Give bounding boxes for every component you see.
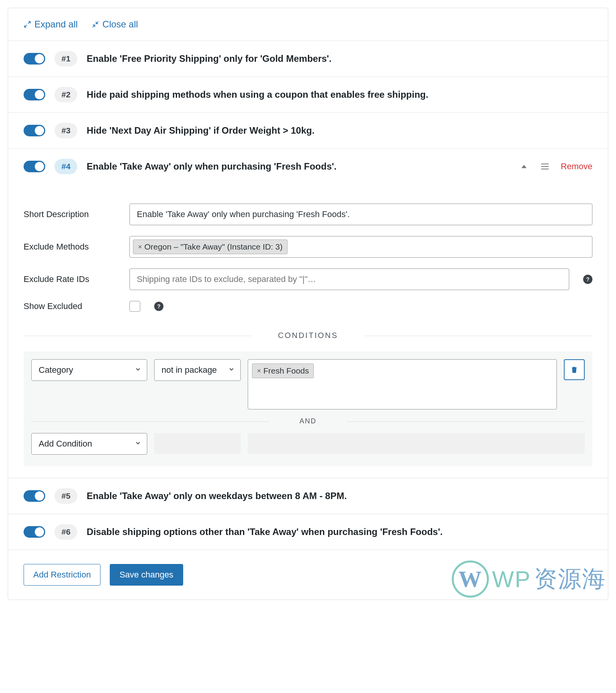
rule-row: #5 Enable 'Take Away' only on weekdays b… [8, 478, 608, 514]
add-condition-label: Add Condition [39, 439, 92, 448]
method-tag-text: Oregon – "Take Away" (Instance ID: 3) [145, 242, 283, 251]
close-all-label: Close all [102, 19, 138, 30]
rule-badge: #4 [54, 159, 77, 174]
rule-badge: #1 [54, 51, 77, 66]
rule-title[interactable]: Enable 'Take Away' only on weekdays betw… [87, 491, 592, 501]
rule-title[interactable]: Hide paid shipping methods when using a … [87, 89, 592, 100]
trash-icon [570, 365, 579, 374]
short-description-row: Short Description [24, 204, 592, 225]
value-tag: × Fresh Foods [252, 363, 314, 378]
rule-badge: #2 [54, 87, 77, 102]
condition-operator-value: not in package [162, 365, 217, 375]
exclude-methods-input[interactable]: × Oregon – "Take Away" (Instance ID: 3) [129, 236, 592, 258]
remove-link[interactable]: Remove [561, 161, 592, 172]
rule-title[interactable]: Enable 'Free Priority Shipping' only for… [87, 53, 592, 64]
short-description-input[interactable] [129, 204, 592, 225]
exclude-rate-ids-label: Exclude Rate IDs [24, 274, 120, 284]
rule-title[interactable]: Disable shipping options other than 'Tak… [87, 527, 592, 537]
add-restriction-button[interactable]: Add Restriction [24, 564, 100, 586]
conditions-block: Category not in package × Fresh Foods [24, 352, 592, 466]
condition-field-select[interactable]: Category [31, 359, 147, 381]
expand-all-label: Expand all [34, 19, 78, 30]
method-tag: × Oregon – "Take Away" (Instance ID: 3) [133, 239, 288, 254]
show-excluded-row: Show Excluded ? [24, 301, 592, 312]
rule-row-expanded: #4 Enable 'Take Away' only when purchasi… [8, 148, 608, 184]
rule-row: #3 Hide 'Next Day Air Shipping' if Order… [8, 112, 608, 148]
condition-operator-select[interactable]: not in package [154, 359, 241, 381]
placeholder-value [248, 433, 585, 454]
condition-row: Category not in package × Fresh Foods [31, 359, 585, 409]
rule-title[interactable]: Enable 'Take Away' only when purchasing … [87, 161, 510, 172]
bottom-bar: Add Restriction Save changes [8, 550, 608, 600]
remove-tag-icon[interactable]: × [138, 243, 142, 251]
rule-title[interactable]: Hide 'Next Day Air Shipping' if Order We… [87, 125, 592, 136]
and-separator: AND [31, 417, 585, 425]
rule-expanded-body: Short Description Exclude Methods × Oreg… [8, 184, 608, 478]
rule-badge: #5 [54, 488, 77, 504]
exclude-methods-row: Exclude Methods × Oregon – "Take Away" (… [24, 236, 592, 258]
top-actions: Expand all Close all [8, 8, 608, 41]
collapse-icon [92, 20, 99, 28]
show-excluded-label: Show Excluded [24, 301, 120, 311]
short-description-label: Short Description [24, 209, 120, 219]
restrictions-panel: Expand all Close all #1 Enable 'Free Pri… [8, 8, 608, 600]
condition-field-value: Category [39, 365, 73, 375]
rule-toggle[interactable] [24, 125, 45, 136]
rule-badge: #3 [54, 123, 77, 138]
rule-toggle[interactable] [24, 526, 45, 538]
rule-row: #2 Hide paid shipping methods when using… [8, 76, 608, 112]
rule-toggle[interactable] [24, 490, 45, 502]
placeholder-operator [154, 433, 241, 454]
remove-tag-icon[interactable]: × [257, 367, 261, 375]
help-icon[interactable]: ? [583, 275, 592, 284]
chevron-down-icon [228, 365, 235, 375]
exclude-rate-ids-row: Exclude Rate IDs ? [24, 268, 592, 290]
show-excluded-checkbox[interactable] [129, 301, 140, 312]
drag-handle-icon[interactable] [540, 161, 550, 172]
help-icon[interactable]: ? [154, 302, 163, 311]
exclude-methods-label: Exclude Methods [24, 242, 120, 252]
condition-value-input[interactable]: × Fresh Foods [248, 359, 557, 409]
close-all-link[interactable]: Close all [92, 19, 138, 30]
rule-row: #1 Enable 'Free Priority Shipping' only … [8, 41, 608, 76]
save-changes-button[interactable]: Save changes [110, 564, 183, 586]
row-actions: Remove [519, 161, 592, 172]
add-condition-select[interactable]: Add Condition [31, 433, 147, 455]
expand-icon [24, 20, 31, 28]
rule-toggle[interactable] [24, 161, 45, 172]
expand-all-link[interactable]: Expand all [24, 19, 78, 30]
rule-badge: #6 [54, 524, 77, 540]
chevron-down-icon [134, 439, 141, 449]
collapse-up-icon[interactable] [519, 161, 529, 172]
rule-toggle[interactable] [24, 53, 45, 65]
conditions-heading: CONDITIONS [24, 331, 592, 340]
rule-row: #6 Disable shipping options other than '… [8, 514, 608, 550]
value-tag-text: Fresh Foods [264, 366, 309, 375]
add-condition-row: Add Condition [31, 433, 585, 455]
rule-toggle[interactable] [24, 89, 45, 100]
delete-condition-button[interactable] [564, 359, 585, 380]
exclude-rate-ids-input[interactable] [129, 268, 569, 290]
chevron-down-icon [134, 365, 141, 375]
